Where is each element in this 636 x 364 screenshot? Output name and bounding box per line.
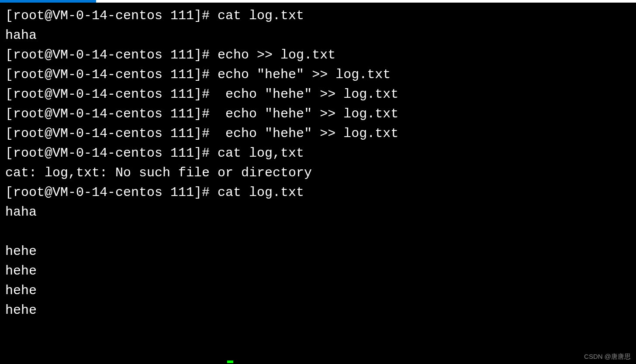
shell-prompt: [root@VM-0-14-centos 111]# xyxy=(5,67,218,82)
terminal-line: hehe xyxy=(5,261,631,281)
shell-output: hehe xyxy=(5,283,37,298)
shell-prompt: [root@VM-0-14-centos 111]# xyxy=(5,106,218,121)
shell-prompt: [root@VM-0-14-centos 111]# xyxy=(5,48,218,62)
terminal-cursor xyxy=(227,361,233,363)
terminal-line: hehe xyxy=(5,301,631,320)
terminal-line: [root@VM-0-14-centos 111]# echo >> log.t… xyxy=(5,45,631,65)
shell-output: hehe xyxy=(5,264,37,278)
terminal-line xyxy=(5,222,631,242)
shell-prompt: [root@VM-0-14-centos 111]# xyxy=(5,126,218,141)
shell-output: haha xyxy=(5,205,37,220)
terminal-line: [root@VM-0-14-centos 111]# echo "hehe" >… xyxy=(5,104,631,124)
terminal-line: [root@VM-0-14-centos 111]# echo "hehe" >… xyxy=(5,65,631,85)
shell-prompt: [root@VM-0-14-centos 111]# xyxy=(5,87,218,102)
terminal-line: [root@VM-0-14-centos 111]# echo "hehe" >… xyxy=(5,85,631,104)
shell-prompt: [root@VM-0-14-centos 111]# xyxy=(5,185,218,200)
terminal-line: haha xyxy=(5,203,631,222)
terminal-line: [root@VM-0-14-centos 111]# cat log.txt xyxy=(5,6,631,26)
shell-output: haha xyxy=(5,28,37,43)
terminal-line: cat: log,txt: No such file or directory xyxy=(5,163,631,183)
terminal-line: hehe xyxy=(5,281,631,301)
shell-command: cat log.txt xyxy=(218,8,304,23)
shell-command: cat log,txt xyxy=(218,146,304,161)
terminal-line: haha xyxy=(5,26,631,45)
terminal-line: [root@VM-0-14-centos 111]# cat log,txt xyxy=(5,144,631,163)
terminal-line: [root@VM-0-14-centos 111]# echo "hehe" >… xyxy=(5,124,631,144)
shell-command: echo "hehe" >> log.txt xyxy=(218,106,398,121)
shell-output: hehe xyxy=(5,244,37,259)
terminal-line: [root@VM-0-14-centos 111]# cat log.txt xyxy=(5,183,631,203)
terminal-output[interactable]: [root@VM-0-14-centos 111]# cat log.txtha… xyxy=(0,3,636,320)
shell-command: cat log.txt xyxy=(218,185,304,200)
shell-command: echo "hehe" >> log.txt xyxy=(218,67,391,82)
shell-command: echo >> log.txt xyxy=(218,48,335,62)
cursor-row xyxy=(0,344,233,364)
shell-command: echo "hehe" >> log.txt xyxy=(218,126,398,141)
shell-command: echo "hehe" >> log.txt xyxy=(218,87,398,102)
shell-output: hehe xyxy=(5,303,37,318)
shell-output: cat: log,txt: No such file or directory xyxy=(5,165,312,180)
watermark: CSDN @唐唐思 xyxy=(584,352,631,362)
terminal-line: hehe xyxy=(5,242,631,261)
shell-prompt: [root@VM-0-14-centos 111]# xyxy=(5,8,218,23)
shell-prompt: [root@VM-0-14-centos 111]# xyxy=(5,146,218,161)
active-tab-indicator xyxy=(0,0,96,3)
